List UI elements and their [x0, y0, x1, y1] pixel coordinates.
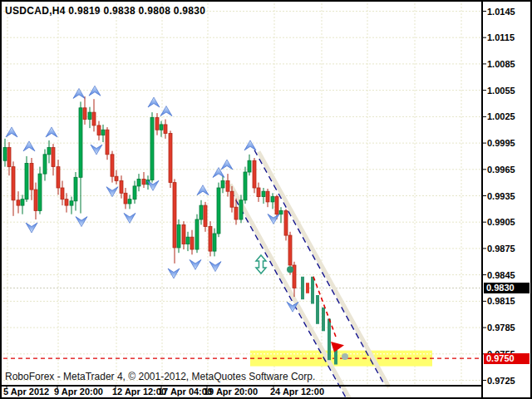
candle: [244, 172, 247, 200]
fractal-down-icon: [91, 145, 102, 155]
candle: [30, 163, 33, 190]
candle: [160, 125, 163, 130]
candle: [21, 200, 24, 205]
fractal-up-icon: [46, 127, 57, 137]
forecast-bar: [316, 295, 319, 324]
candle: [128, 200, 131, 204]
updown-arrow-icon: [256, 255, 266, 273]
forecast-bar: [301, 277, 304, 299]
fractal-up-icon: [23, 141, 35, 151]
price-tick-label: 1.0085: [487, 59, 515, 70]
candle: [74, 177, 77, 201]
fractal-up-icon: [244, 140, 256, 150]
target-dot: [342, 353, 348, 360]
candle: [38, 174, 42, 210]
candle: [57, 167, 60, 188]
price-tick-label: 1.0025: [487, 111, 515, 122]
chart-canvas[interactable]: [2, 2, 530, 397]
time-tick-label: 24 Apr 12:00: [270, 387, 324, 397]
candle: [133, 186, 136, 200]
candle: [266, 191, 269, 202]
fractal-down-icon: [76, 217, 87, 227]
candle: [221, 181, 224, 189]
candle: [275, 197, 278, 214]
time-tick-label: 19 Apr 20:00: [204, 387, 258, 397]
fractal-down-icon: [168, 268, 180, 278]
candle: [230, 191, 234, 207]
candle: [111, 155, 114, 176]
candle: [155, 117, 159, 130]
candle: [52, 147, 55, 166]
candle: [204, 205, 207, 226]
candle: [61, 188, 64, 200]
candle: [7, 147, 11, 166]
candle: [234, 207, 238, 219]
candle: [43, 155, 47, 174]
candle: [253, 160, 256, 188]
fractal-up-icon: [197, 185, 209, 195]
candle: [177, 224, 180, 248]
fractal-down-icon: [106, 187, 118, 197]
candle: [213, 234, 216, 251]
candle: [173, 183, 176, 248]
fractal-down-icon: [190, 259, 201, 269]
price-tick-label: 0.9785: [487, 323, 515, 333]
forecast-bar: [328, 319, 331, 361]
candle: [17, 200, 20, 205]
candle: [83, 108, 86, 120]
candle: [34, 190, 37, 210]
fractal-down-icon: [209, 262, 221, 272]
price-tick-label: 0.9905: [487, 217, 515, 228]
fractal-up-icon: [6, 127, 17, 137]
price-tick-label: 0.9845: [487, 270, 515, 281]
candle: [200, 205, 203, 219]
candle: [142, 179, 145, 184]
candle: [79, 108, 82, 178]
fractal-up-icon: [148, 97, 160, 107]
forecast-bar: [311, 277, 314, 304]
fractal-up-icon: [221, 160, 233, 170]
candle: [164, 125, 167, 134]
bid-price-marker: 0.9830: [484, 283, 530, 293]
candle: [137, 179, 140, 186]
price-tick-label: 0.9965: [487, 165, 515, 175]
price-tick-label: 0.9875: [487, 244, 515, 254]
candle: [195, 219, 199, 249]
time-tick-label: 5 Apr 2012: [3, 387, 49, 397]
candle: [284, 211, 288, 236]
price-tick-label: 1.0115: [487, 32, 515, 43]
swing-dot: [287, 266, 293, 273]
fractal-up-icon: [213, 168, 224, 178]
price-tick-label: 1.0055: [487, 86, 515, 96]
fractal-down-icon: [124, 213, 135, 223]
candle: [124, 193, 127, 204]
candle: [101, 130, 105, 135]
candle: [150, 117, 154, 180]
price-tick-label: 0.9725: [487, 376, 515, 387]
support-price-marker: 0.9750: [484, 353, 530, 364]
candle: [186, 237, 190, 244]
fractal-down-icon: [147, 180, 159, 190]
candle: [65, 200, 68, 205]
candle: [115, 176, 118, 180]
fractal-up-icon: [73, 88, 85, 98]
price-tick-label: 0.9815: [487, 296, 515, 307]
candle: [106, 130, 109, 155]
forecast-bar: [306, 283, 309, 293]
candle: [92, 112, 96, 126]
candle: [12, 167, 15, 200]
forecast-bar: [322, 308, 325, 332]
candle: [120, 181, 123, 194]
candle: [25, 163, 28, 199]
price-tick-label: 0.9995: [487, 138, 515, 149]
fractal-down-icon: [26, 223, 37, 233]
time-tick-label: 9 Apr 20:00: [54, 387, 103, 397]
candle: [70, 201, 73, 205]
candle: [190, 237, 194, 249]
fractal-up-icon: [89, 86, 101, 96]
candle: [47, 147, 51, 154]
candle: [226, 181, 229, 192]
chart-title: USDCAD,H4 0.9819 0.9838 0.9808 0.9830: [5, 5, 205, 17]
candle: [239, 200, 243, 219]
candle: [262, 191, 265, 196]
